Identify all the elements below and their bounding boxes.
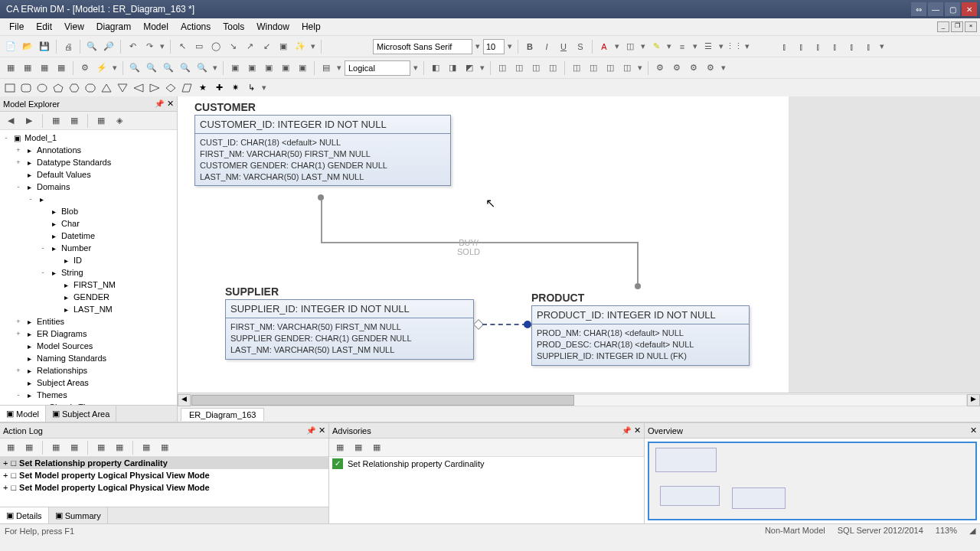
zoomfit-icon[interactable]: 🔍	[161, 60, 176, 76]
tree-expander[interactable]: -	[26, 195, 35, 203]
shape-tri-up-icon[interactable]	[100, 81, 113, 95]
exp-tb3-icon[interactable]: ▦	[48, 113, 64, 129]
al-tb2-icon[interactable]: ▦	[21, 440, 37, 455]
bold-icon[interactable]: B	[522, 39, 537, 54]
close-button[interactable]: ✕	[962, 2, 977, 16]
shape-roundrect-icon[interactable]	[19, 81, 33, 95]
zoomsel-icon[interactable]: 🔍	[194, 60, 210, 76]
t2-3-icon[interactable]: ▦	[37, 60, 52, 76]
strike-icon[interactable]: S	[573, 39, 588, 54]
t2-q2-icon[interactable]: ⚙	[669, 60, 684, 76]
align5-icon[interactable]: ⫿	[844, 39, 860, 54]
action-log-list[interactable]: +□Set Relationship property Cardinality …	[0, 457, 328, 507]
t2-o2-icon[interactable]: ◫	[511, 60, 527, 76]
t2-o1-icon[interactable]: ◫	[495, 60, 510, 76]
box-icon[interactable]: ▣	[276, 39, 291, 54]
tree-label[interactable]: Default Values	[35, 170, 91, 179]
exp-tb2-icon[interactable]: ▶	[21, 113, 37, 129]
er-diagram-canvas[interactable]: CUSTOMER CUSTOMER_ID: INTEGER ID NOT NUL…	[178, 96, 980, 393]
linestyle-icon[interactable]: ≡	[675, 39, 690, 54]
tab-details[interactable]: ▣Details	[0, 507, 49, 523]
link-icon[interactable]: ⇔	[911, 2, 926, 16]
tree-node[interactable]: -▸Themes	[2, 389, 175, 401]
t2-q4-icon[interactable]: ⚙	[703, 60, 718, 76]
tree-node[interactable]: ▸LAST_NM	[2, 303, 175, 315]
print-icon[interactable]: 🖨	[60, 39, 76, 54]
undo-icon[interactable]: ↶	[125, 39, 140, 54]
entity-product[interactable]: PRODUCT_ID: INTEGER ID NOT NULL PROD_NM:…	[531, 305, 750, 366]
al-tb6-icon[interactable]: ▦	[112, 440, 127, 455]
close-panel-icon[interactable]: ✕	[634, 425, 641, 435]
list-icon[interactable]: ☰	[701, 39, 716, 54]
tree-label[interactable]: FIRST_NM	[72, 280, 116, 289]
entity-supplier[interactable]: SUPPLIER_ID: INTEGER ID NOT NULL FIRST_N…	[225, 299, 474, 360]
log-row[interactable]: +□Set Relationship property Cardinality	[0, 457, 328, 469]
tree-expander[interactable]: -	[38, 269, 47, 276]
tree-expander[interactable]: +	[14, 158, 23, 166]
tree-node[interactable]: ▸Default Values	[2, 168, 175, 181]
font-select[interactable]: Microsoft Sans Serif	[373, 39, 472, 54]
tree-node[interactable]: -▸Domains	[2, 181, 175, 193]
connect2-icon[interactable]: ↗	[242, 39, 257, 54]
shape-ellipse-icon[interactable]	[35, 81, 49, 95]
font-dropdown[interactable]: ▾	[474, 41, 482, 51]
tree-node[interactable]: +▸Datatype Standards	[2, 156, 175, 168]
fontsize-select[interactable]: 10	[483, 39, 505, 54]
rel-label[interactable]: BUY/ SOLD	[457, 238, 480, 256]
tree-node[interactable]: -▸String	[2, 266, 175, 279]
find-icon[interactable]: 🔍	[84, 39, 100, 54]
new-icon[interactable]: 📄	[3, 39, 18, 54]
menu-window[interactable]: Window	[250, 20, 296, 34]
linestyle-dropdown[interactable]: ▾	[691, 41, 699, 51]
tab-model[interactable]: ▣ Model	[0, 406, 46, 422]
rel-endpoint[interactable]	[318, 194, 324, 201]
fillcolor-dropdown[interactable]: ▾	[639, 41, 647, 51]
close-panel-icon[interactable]: ✕	[970, 425, 977, 435]
canvas-hscroll[interactable]: ◀ ▶	[178, 393, 980, 406]
tree-node[interactable]: ▸Char	[2, 217, 175, 230]
rect-icon[interactable]: ▭	[191, 39, 207, 54]
shape-dropdown[interactable]: ▾	[260, 83, 268, 93]
zoom100-icon[interactable]: 🔍	[178, 60, 193, 76]
tree-expander[interactable]: +	[14, 318, 23, 325]
maximize-button[interactable]: ▢	[945, 2, 960, 16]
t2-m1-dropdown[interactable]: ▾	[335, 63, 343, 73]
tree-label[interactable]: Annotations	[35, 145, 81, 155]
findnext-icon[interactable]: 🔎	[101, 39, 116, 54]
tab-subject-area[interactable]: ▣ Subject Area	[46, 406, 116, 422]
advisories-list[interactable]: ✓ Set Relationship property Cardinality	[329, 457, 644, 523]
viewmode-dropdown[interactable]: ▾	[412, 63, 420, 73]
menu-tools[interactable]: Tools	[217, 20, 250, 34]
wand-dropdown[interactable]: ▾	[309, 41, 317, 51]
menu-file[interactable]: File	[3, 20, 30, 34]
highlight-icon[interactable]: ✎	[648, 39, 664, 54]
zoomout-icon[interactable]: 🔍	[144, 60, 159, 76]
t2-n-dropdown[interactable]: ▾	[479, 63, 486, 73]
underline-icon[interactable]: U	[556, 39, 571, 54]
shape-tri-right-icon[interactable]	[148, 81, 162, 95]
tree-label[interactable]: Themes	[35, 390, 67, 399]
tree-expander[interactable]: -	[14, 183, 23, 191]
t2-p3-icon[interactable]: ◫	[603, 60, 618, 76]
fontsize-dropdown[interactable]: ▾	[506, 41, 514, 51]
al-tb3-icon[interactable]: ▦	[48, 440, 64, 455]
shape-tri-down-icon[interactable]	[116, 81, 129, 95]
zoom-icon[interactable]: ◯	[208, 39, 224, 54]
al-tb4-icon[interactable]: ▦	[67, 440, 82, 455]
rel-line[interactable]	[637, 242, 639, 283]
undo-dropdown[interactable]: ▾	[158, 41, 166, 51]
tree-label[interactable]: LAST_NM	[72, 305, 113, 314]
tree-node[interactable]: +▸Annotations	[2, 144, 175, 156]
tree-node[interactable]: -▸Number	[2, 242, 175, 254]
t2-q3-icon[interactable]: ⚙	[686, 60, 701, 76]
t2-n1-icon[interactable]: ◧	[428, 60, 443, 76]
tree-node[interactable]: ▸Model Sources	[2, 340, 175, 352]
t2-g5-icon[interactable]: ▣	[295, 60, 310, 76]
zoom-dropdown[interactable]: ▾	[211, 63, 219, 73]
tab-summary[interactable]: ▣Summary	[49, 507, 108, 523]
tree-label[interactable]: String	[60, 268, 83, 277]
shape-cross-icon[interactable]: ✚	[212, 81, 226, 95]
log-row[interactable]: +□Set Model property Logical Physical Vi…	[0, 469, 328, 481]
t2-g1-icon[interactable]: ▣	[227, 60, 243, 76]
shape-tri-left-icon[interactable]	[132, 81, 145, 95]
